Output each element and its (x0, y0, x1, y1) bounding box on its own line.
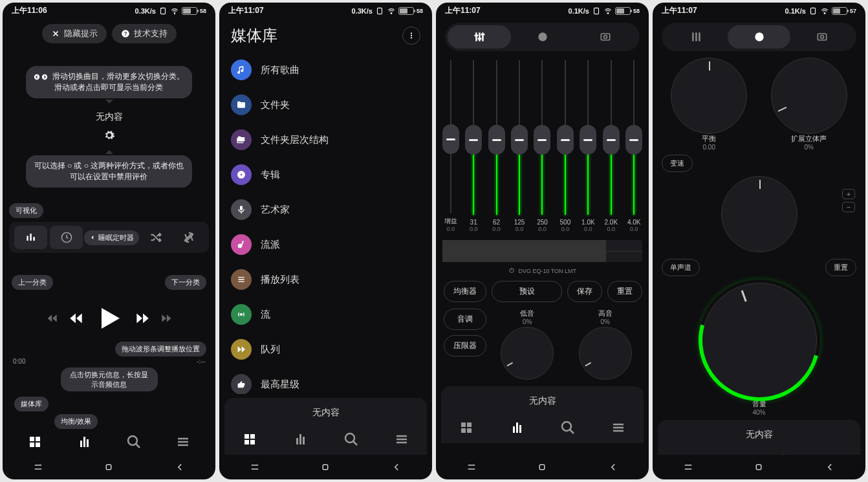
tech-support-button[interactable]: ? 技术支持 (112, 24, 177, 43)
skip-back-button[interactable] (46, 312, 59, 327)
list-item[interactable]: 流 (221, 297, 432, 332)
save-button[interactable]: 保存 (567, 281, 602, 302)
eq-band[interactable]: 2500.0 (533, 60, 552, 232)
play-button[interactable] (94, 303, 125, 336)
eq-band[interactable]: 1250.0 (510, 60, 528, 232)
nav-menu[interactable] (611, 420, 626, 438)
menu-icon (827, 454, 843, 455)
nav-search[interactable] (343, 432, 359, 450)
tab-reverb[interactable] (574, 25, 637, 49)
tab-reverb[interactable] (790, 25, 854, 49)
nav-menu[interactable] (175, 434, 191, 452)
tab-eq[interactable] (664, 25, 728, 49)
eq-band[interactable]: 2.0K0.0 (602, 60, 620, 232)
list-item[interactable]: 最高星级 (221, 367, 432, 394)
svg-rect-7 (30, 234, 32, 241)
now-playing-bar[interactable]: 无内容 (224, 398, 427, 424)
list-item[interactable]: 队列 (221, 332, 432, 367)
limiter-toggle[interactable]: 压限器 (444, 335, 486, 356)
sys-home[interactable] (753, 461, 765, 476)
svg-rect-64 (699, 32, 700, 41)
list-item[interactable]: 流派 (221, 227, 432, 262)
eq-band[interactable]: 4.0K0.0 (625, 60, 644, 232)
skip-forward-button[interactable] (160, 312, 173, 327)
equalizer-toggle[interactable]: 均衡器 (444, 281, 486, 302)
list-item[interactable]: 文件夹层次结构 (221, 122, 432, 157)
eq-band[interactable]: 1.0K0.0 (579, 60, 598, 232)
sys-back[interactable] (174, 461, 186, 476)
sys-recent[interactable] (466, 461, 477, 476)
tone-toggle[interactable]: 音调 (444, 309, 486, 330)
now-playing-bar[interactable]: 无内容 (441, 386, 644, 412)
sys-recent[interactable] (682, 461, 694, 476)
clock-icon (60, 231, 73, 244)
eq-band[interactable]: 5000.0 (556, 60, 574, 232)
tempo-plus[interactable]: + (842, 189, 855, 199)
treble-dial[interactable]: 高音 0% (569, 309, 643, 381)
sys-recent[interactable] (249, 461, 261, 476)
eq-band[interactable]: 620.0 (487, 60, 506, 232)
nav-search[interactable] (126, 434, 142, 452)
status-bar: 上午11:07 0.1K/s 58 (436, 3, 649, 17)
nav-menu[interactable] (394, 432, 409, 450)
list-item[interactable]: 所有歌曲 (221, 52, 432, 87)
list-item[interactable]: 文件夹 (221, 87, 432, 122)
sys-back[interactable] (391, 461, 402, 476)
tab-vol[interactable] (511, 25, 574, 49)
forward-button[interactable] (134, 310, 151, 329)
bass-dial[interactable]: 低音 0% (490, 309, 565, 381)
svg-rect-45 (477, 38, 481, 40)
rewind-button[interactable] (68, 310, 85, 329)
tab-eq[interactable] (448, 25, 511, 49)
more-button[interactable] (402, 27, 420, 45)
tempo-toggle[interactable]: 变速 (662, 155, 693, 172)
visualizer-button[interactable] (14, 226, 47, 249)
time-remaining: -:-- (197, 358, 205, 365)
hide-tip-button[interactable]: 隐藏提示 (42, 24, 107, 43)
mono-toggle[interactable]: 单声道 (662, 259, 700, 276)
tab-vol[interactable] (728, 25, 791, 49)
svg-rect-63 (695, 32, 697, 41)
repeat-button[interactable] (172, 226, 205, 249)
volume-knob[interactable] (702, 283, 817, 398)
nav-eq[interactable] (76, 434, 92, 452)
stereo-knob[interactable]: 扩展立体声 0% (771, 58, 847, 151)
list-item[interactable]: 播放列表 (221, 262, 432, 297)
nav-library[interactable] (27, 434, 43, 452)
sys-home[interactable] (320, 461, 331, 476)
sliders-icon (473, 30, 486, 43)
shuffle-button[interactable] (139, 226, 172, 249)
nav-search[interactable] (560, 420, 576, 438)
nav-eq[interactable] (726, 454, 741, 455)
list-item[interactable]: 专辑 (221, 157, 432, 192)
settings-button[interactable] (3, 129, 215, 144)
eq-band-gain[interactable]: 增益 0.0 (441, 60, 460, 232)
list-item[interactable]: 艺术家 (221, 192, 432, 227)
nav-eq[interactable] (509, 420, 525, 438)
nav-library[interactable] (459, 420, 474, 438)
preset-button[interactable]: 预设 (492, 281, 562, 302)
tempo-knob[interactable] (721, 176, 797, 252)
nav-menu[interactable] (827, 454, 843, 455)
eq-band[interactable]: 310.0 (464, 60, 483, 232)
sys-back[interactable] (824, 461, 836, 476)
eq-response-curve[interactable] (442, 240, 642, 262)
nav-search[interactable] (777, 454, 792, 455)
stream-icon (231, 304, 252, 325)
reset-button[interactable]: 重置 (825, 259, 856, 276)
sys-recent[interactable] (32, 461, 44, 476)
sys-home[interactable] (536, 461, 548, 476)
tempo-minus[interactable]: − (842, 202, 855, 212)
nav-library[interactable] (675, 454, 691, 455)
sleep-timer-button[interactable] (50, 226, 83, 249)
nav-eq[interactable] (292, 432, 308, 450)
svg-point-17 (128, 436, 137, 445)
balance-knob[interactable]: 平衡 0.00 (671, 58, 747, 151)
sys-back[interactable] (607, 461, 619, 476)
sys-home[interactable] (103, 461, 114, 476)
reset-button[interactable]: 重置 (607, 281, 642, 302)
now-playing-bar[interactable]: 无内容 (658, 420, 860, 446)
nav-library[interactable] (242, 432, 257, 450)
grid-icon (675, 454, 691, 455)
sleep-timer-label: 睡眠定时器 (84, 230, 139, 245)
